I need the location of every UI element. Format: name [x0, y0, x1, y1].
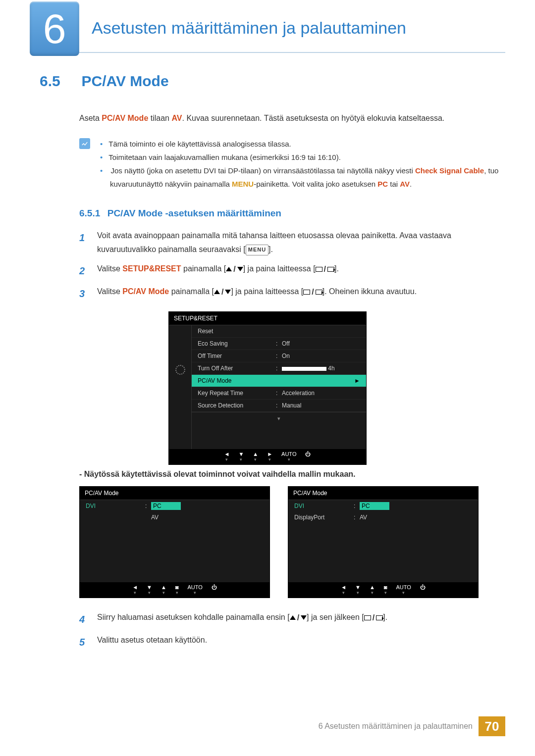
chevron-right-icon: ► — [354, 377, 360, 384]
auto-button[interactable]: AUTO▾ — [281, 452, 296, 462]
osd-row-reset[interactable]: Reset — [192, 325, 366, 338]
up-down-icon: / — [226, 262, 243, 277]
osd-scroll-indicator — [192, 412, 366, 425]
osd-option[interactable]: AV — [360, 514, 389, 521]
text: Valitse — [97, 264, 122, 273]
nav-left-icon[interactable]: ◄▾ — [132, 585, 138, 595]
text: . Kuvaa suurennetaan. Tästä asetuksesta … — [182, 114, 444, 122]
text: tilaan — [148, 114, 171, 122]
osd-label: Turn Off After — [198, 365, 276, 372]
osd-row-dvi[interactable]: DVI : PC — [288, 500, 478, 512]
keyword: AV — [400, 180, 410, 188]
text: Siirry haluamasi asetuksen kohdalle pain… — [97, 613, 290, 621]
text: ]. — [268, 245, 273, 253]
nav-down-icon[interactable]: ▼▾ — [355, 585, 361, 595]
text: Valitse — [97, 287, 122, 296]
nav-up-icon[interactable]: ▲▾ — [370, 585, 375, 595]
osd-value: On — [282, 353, 360, 359]
osd-label: Off Timer — [198, 353, 276, 359]
text: ] ja paina laitteessa [ — [231, 287, 303, 296]
step-1: 1 Voit avata avainoppaan painamalla mitä… — [79, 229, 505, 257]
text: ] ja sen jälkeen [ — [307, 613, 364, 621]
nav-enter-icon[interactable]: ◙▾ — [384, 585, 387, 595]
osd-row-keyrepeat[interactable]: Key Repeat Time:Acceleration — [192, 387, 366, 400]
text: . — [410, 180, 412, 188]
page-footer: 6 Asetusten määrittäminen ja palauttamin… — [319, 716, 505, 736]
osd-label: Key Repeat Time — [198, 390, 276, 397]
osd-row-eco[interactable]: Eco Saving:Off — [192, 338, 366, 350]
osd-value-text: 4h — [328, 365, 334, 372]
osd-label: Eco Saving — [198, 340, 276, 347]
osd-label: DVI — [86, 503, 145, 509]
osd-row-turnoff[interactable]: Turn Off After: 4h — [192, 362, 366, 375]
step-text: Valitse PC/AV Mode painamalla [/] ja pai… — [97, 285, 417, 302]
osd-title: SETUP&RESET — [169, 312, 366, 325]
nav-left-icon[interactable]: ◄▾ — [341, 585, 346, 595]
osd-footer: ◄▾ ▼▾ ▲▾ ◙▾ AUTO▾ ⏻ — [288, 582, 478, 598]
osd-footer: ◄▾ ▼▾ ▲▾ ►▾ AUTO▾ ⏻ — [169, 449, 366, 464]
text: painamalla [ — [181, 264, 226, 273]
text: ]. Oheinen ikkuna avautuu. — [322, 287, 417, 296]
intro-paragraph: Aseta PC/AV Mode tilaan AV. Kuvaa suuren… — [79, 112, 505, 125]
osd-value: Off — [282, 340, 360, 347]
subsection-number: 6.5.1 — [79, 208, 100, 218]
osd-menu-pcav-dvi: PC/AV Mode DVI : PC AV ◄▾ ▼▾ ▲▾ ◙▾ AUTO▾ — [79, 486, 270, 598]
text: Jos näyttö (joka on asetettu DVI tai DP-… — [110, 166, 415, 175]
post-menu-note: - Näytössä käytettävissä olevat toiminno… — [79, 470, 505, 479]
osd-title: PC/AV Mode — [288, 487, 478, 500]
osd-value: Acceleration — [282, 390, 360, 397]
osd-row-timer[interactable]: Off Timer:On — [192, 350, 366, 362]
power-icon[interactable]: ⏻ — [305, 452, 311, 462]
text: -painiketta. Voit valita joko asetuksen — [254, 180, 377, 188]
chapter-title: Asetusten määrittäminen ja palauttaminen — [92, 18, 406, 47]
nav-right-icon[interactable]: ►▾ — [267, 452, 272, 462]
note-item: Tämä toiminto ei ole käytettävissä analo… — [110, 137, 505, 151]
note-list: Tämä toiminto ei ole käytettävissä analo… — [100, 137, 505, 191]
text: ] ja paina laitteessa [ — [243, 264, 316, 273]
osd-row-dvi[interactable]: DVI : PC — [80, 500, 269, 512]
keyword: SETUP&RESET — [122, 264, 181, 273]
slider-bar[interactable] — [282, 367, 326, 371]
note-icon — [79, 138, 90, 149]
up-down-icon: / — [214, 285, 231, 300]
step-number: 3 — [79, 285, 88, 302]
power-icon[interactable]: ⏻ — [212, 585, 217, 595]
nav-left-icon[interactable]: ◄▾ — [224, 452, 230, 462]
nav-down-icon[interactable]: ▼▾ — [238, 452, 244, 462]
nav-down-icon[interactable]: ▼▾ — [147, 585, 152, 595]
note-block: Tämä toiminto ei ole käytettävissä analo… — [79, 137, 505, 191]
osd-option-selected[interactable]: PC — [360, 502, 389, 510]
osd-menu-pcav-dvi-dp: PC/AV Mode DVI : PC DisplayPort : AV ◄▾ … — [288, 486, 479, 598]
osd-row-av-option[interactable]: AV — [80, 512, 269, 523]
keyword: PC — [377, 180, 388, 188]
keyword: PC/AV Mode — [122, 287, 169, 296]
enter-icon: / — [364, 611, 383, 625]
chapter-number-badge: 6 — [30, 1, 79, 56]
nav-enter-icon[interactable]: ◙▾ — [175, 585, 179, 595]
osd-row-dp[interactable]: DisplayPort : AV — [288, 512, 478, 523]
osd-option[interactable]: AV — [151, 514, 181, 521]
menu-button-label: MENU — [246, 245, 268, 255]
step-number: 2 — [79, 262, 88, 280]
power-icon[interactable]: ⏻ — [420, 585, 426, 595]
subsection-title: PC/AV Mode -asetuksen määrittäminen — [107, 208, 281, 218]
osd-option-selected[interactable]: PC — [151, 502, 181, 510]
auto-button[interactable]: AUTO▾ — [187, 585, 202, 595]
osd-label: DVI — [294, 503, 354, 509]
osd-label: Reset — [198, 328, 360, 335]
osd-row-pcav-selected[interactable]: PC/AV Mode► — [192, 375, 366, 387]
step-text: Siirry haluamasi asetuksen kohdalle pain… — [97, 610, 387, 628]
auto-button[interactable]: AUTO▾ — [396, 585, 411, 595]
keyword-menu: MENU — [232, 180, 254, 188]
keyword: Check Signal Cable — [415, 166, 484, 175]
step-3: 3 Valitse PC/AV Mode painamalla [/] ja p… — [79, 285, 505, 302]
footer-text: 6 Asetusten määrittäminen ja palauttamin… — [319, 722, 473, 731]
page-header: 6 Asetusten määrittäminen ja palauttamin… — [30, 12, 505, 53]
gear-icon — [175, 365, 185, 375]
osd-row-source[interactable]: Source Detection:Manual — [192, 400, 366, 412]
nav-up-icon[interactable]: ▲▾ — [161, 585, 166, 595]
section-title: PC/AV Mode — [81, 73, 168, 89]
nav-up-icon[interactable]: ▲▾ — [253, 452, 258, 462]
osd-sidebar — [169, 325, 192, 449]
step-text: Valitse SETUP&RESET painamalla [/] ja pa… — [97, 262, 339, 280]
